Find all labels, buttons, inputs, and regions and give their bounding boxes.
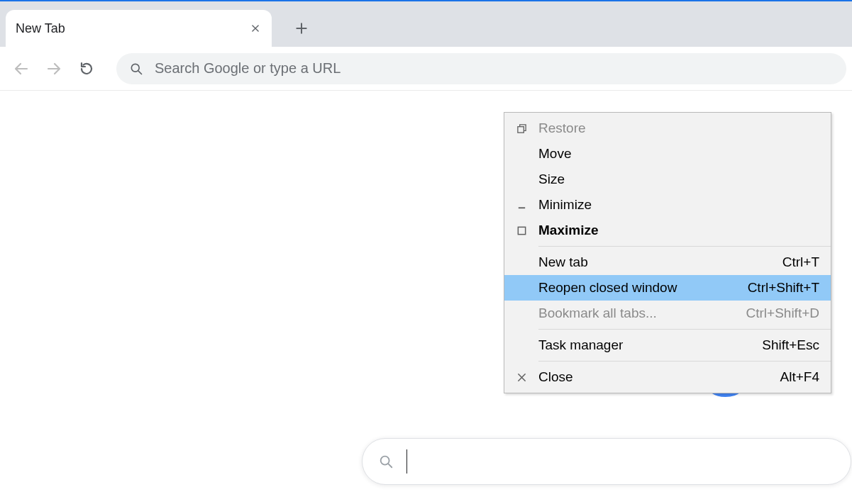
menu-item[interactable]: Size [504,167,831,192]
menu-item[interactable]: Maximize [504,218,831,243]
search-icon [129,62,143,76]
menu-item-label: Size [538,172,819,187]
close-tab-button[interactable] [249,22,262,35]
tab-title: New Tab [16,21,249,36]
menu-item-label: Bookmark all tabs... [538,306,746,321]
close-icon [250,23,260,33]
menu-item[interactable]: Minimize [504,192,831,218]
reload-icon [78,60,95,77]
search-icon [378,454,394,469]
menu-item-shortcut: Ctrl+Shift+T [748,280,819,296]
back-button[interactable] [6,53,37,84]
menu-item-label: Close [538,369,780,385]
svg-rect-3 [518,227,525,234]
svg-point-0 [131,64,139,72]
address-bar[interactable] [116,53,846,84]
menu-item-shortcut: Ctrl+Shift+D [746,306,819,321]
menu-item-label: Minimize [538,197,819,213]
menu-item-label: Move [538,146,819,162]
page-content: Google RestoreMoveSizeMinimizeMaximizeNe… [0,91,852,504]
menu-item[interactable]: CloseAlt+F4 [504,364,831,390]
toolbar [0,47,852,91]
close-icon [504,372,538,383]
menu-item-label: Maximize [538,223,819,238]
minimize-icon [504,200,538,211]
browser-tab[interactable]: New Tab [6,10,272,47]
search-box[interactable] [362,438,851,485]
menu-item-shortcut: Shift+Esc [762,337,819,353]
new-tab-button[interactable] [287,14,316,43]
menu-item: Bookmark all tabs...Ctrl+Shift+D [504,301,831,326]
svg-rect-2 [517,126,523,132]
menu-item-label: New tab [538,254,782,270]
menu-item[interactable]: Reopen closed windowCtrl+Shift+T [504,275,831,301]
menu-item[interactable]: Move [504,141,831,167]
menu-item[interactable]: New tabCtrl+T [504,250,831,275]
svg-point-1 [381,457,389,465]
arrow-left-icon [13,60,30,77]
plus-icon [294,21,309,35]
menu-item: Restore [504,116,831,141]
menu-item-shortcut: Ctrl+T [782,254,819,270]
tab-strip: New Tab [0,1,852,47]
menu-item-label: Reopen closed window [538,280,748,296]
menu-item-label: Task manager [538,337,762,353]
text-caret [406,449,407,474]
menu-item-shortcut: Alt+F4 [780,369,819,385]
reload-button[interactable] [71,53,102,84]
menu-separator [538,246,831,247]
forward-button[interactable] [38,53,70,84]
window-context-menu: RestoreMoveSizeMinimizeMaximizeNew tabCt… [504,112,831,393]
menu-separator [538,361,831,362]
menu-item[interactable]: Task managerShift+Esc [504,332,831,358]
address-input[interactable] [155,60,834,77]
maximize-icon [504,225,538,236]
menu-item-label: Restore [538,121,819,136]
restore-icon [504,123,538,134]
menu-separator [538,329,831,330]
arrow-right-icon [45,60,62,77]
